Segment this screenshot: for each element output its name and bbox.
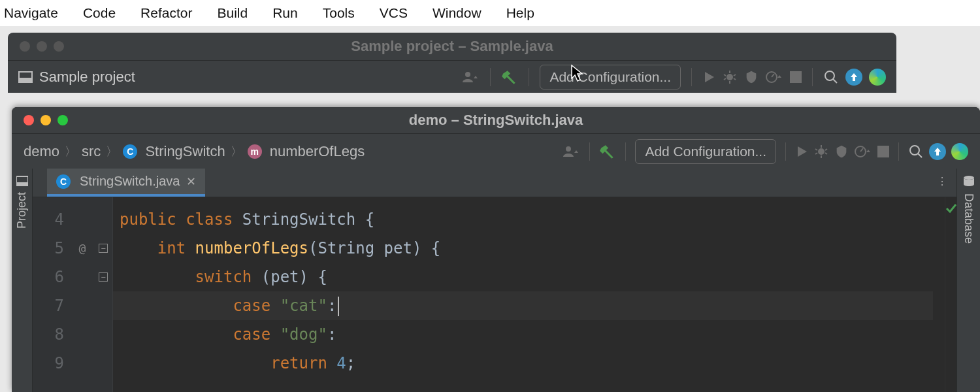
menu-vcs[interactable]: VCS (380, 5, 408, 21)
coverage-button[interactable] (834, 144, 849, 159)
stop-button[interactable] (790, 71, 802, 83)
close-icon[interactable]: ✕ (186, 174, 196, 189)
icon-gutter: @ (71, 197, 94, 392)
debug-button[interactable] (813, 144, 829, 159)
menu-window[interactable]: Window (433, 5, 482, 21)
menu-run[interactable]: Run (272, 5, 298, 21)
svg-rect-9 (16, 182, 28, 186)
run-config-button[interactable]: Add Configuration... (540, 65, 681, 90)
left-toolbar: Project (12, 169, 33, 392)
project-name[interactable]: Sample project (39, 69, 135, 86)
stop-button[interactable] (877, 146, 889, 157)
main-toolbar: Sample project Add Configuration... (8, 60, 896, 93)
traffic-lights (20, 41, 64, 52)
navigation-bar: demo 〉 src 〉 C StringSwitch 〉 m numberOf… (12, 133, 980, 169)
fold-gutter: − − (94, 197, 112, 392)
breadcrumb-class[interactable]: StringSwitch (145, 143, 225, 160)
breadcrumb-demo[interactable]: demo (24, 143, 59, 160)
os-menubar: Navigate Code Refactor Build Run Tools V… (0, 0, 980, 26)
run-config-button[interactable]: Add Configuration... (635, 139, 776, 164)
run-button[interactable] (702, 71, 715, 84)
menu-tools[interactable]: Tools (323, 5, 355, 21)
class-icon: C (123, 144, 137, 159)
fold-toggle[interactable]: − (99, 244, 108, 253)
traffic-lights (24, 115, 68, 125)
run-button[interactable] (795, 145, 808, 158)
window-title: demo – StringSwitch.java (409, 112, 583, 129)
breadcrumb-method[interactable]: numberOfLegs (270, 143, 365, 160)
svg-point-3 (825, 71, 834, 80)
method-icon: m (248, 144, 262, 159)
database-icon (962, 175, 975, 188)
update-button[interactable] (845, 69, 862, 86)
window-title: Sample project – Sample.java (351, 38, 553, 55)
chevron-right-icon: 〉 (231, 144, 242, 159)
minimize-icon[interactable] (41, 115, 51, 125)
window-demo: demo – StringSwitch.java demo 〉 src 〉 C … (12, 107, 980, 392)
minimize-icon[interactable] (37, 41, 47, 52)
code-content[interactable]: public class StringSwitch { int numberOf… (113, 197, 945, 392)
svg-point-7 (910, 146, 919, 155)
project-tool-button[interactable]: Project (15, 192, 29, 229)
menu-navigate[interactable]: Navigate (4, 5, 58, 21)
menu-refactor[interactable]: Refactor (140, 5, 192, 21)
ide-logo-icon[interactable] (869, 69, 886, 86)
window-sample-project: Sample project – Sample.java Sample proj… (8, 33, 896, 93)
project-icon (18, 71, 33, 83)
right-toolbar: Database (956, 169, 980, 392)
user-icon[interactable] (460, 69, 480, 85)
editor-tab-row: C StringSwitch.java ✕ ⋮ (33, 169, 956, 197)
svg-rect-2 (790, 71, 802, 83)
check-icon (945, 203, 957, 392)
svg-rect-6 (877, 146, 889, 157)
menu-code[interactable]: Code (83, 5, 116, 21)
profile-button[interactable] (854, 144, 872, 159)
search-icon[interactable] (823, 69, 839, 85)
fold-toggle[interactable]: − (99, 272, 108, 282)
line-number-gutter: 4 5 6 7 8 9 (33, 197, 71, 392)
text-caret (338, 297, 339, 316)
ide-logo-icon[interactable] (951, 143, 968, 160)
update-button[interactable] (929, 143, 946, 160)
close-icon[interactable] (24, 115, 34, 125)
zoom-icon[interactable] (57, 115, 68, 125)
profile-button[interactable] (765, 70, 783, 84)
user-icon[interactable] (561, 144, 580, 159)
chevron-right-icon: 〉 (65, 144, 76, 159)
titlebar[interactable]: demo – StringSwitch.java (12, 107, 980, 133)
tab-stringswitch[interactable]: C StringSwitch.java ✕ (47, 169, 205, 197)
close-icon[interactable] (20, 41, 30, 52)
svg-point-10 (964, 176, 974, 180)
database-tool-button[interactable]: Database (962, 193, 975, 244)
debug-button[interactable] (722, 69, 738, 85)
coverage-button[interactable] (744, 70, 759, 84)
chevron-right-icon: 〉 (106, 144, 118, 159)
more-icon[interactable]: ⋮ (937, 175, 947, 188)
build-button[interactable] (599, 143, 616, 160)
inspection-marker-bar[interactable] (945, 197, 956, 392)
titlebar[interactable]: Sample project – Sample.java (8, 33, 896, 60)
svg-point-0 (727, 74, 733, 80)
breadcrumb-src[interactable]: src (82, 143, 101, 160)
tab-label: StringSwitch.java (80, 174, 180, 189)
svg-point-4 (818, 148, 825, 155)
zoom-icon[interactable] (54, 41, 64, 52)
menu-build[interactable]: Build (217, 5, 248, 21)
menu-help[interactable]: Help (506, 5, 534, 21)
search-icon[interactable] (908, 144, 924, 159)
code-editor[interactable]: 4 5 6 7 8 9 @ − − (33, 197, 956, 392)
project-tool-icon (16, 175, 28, 187)
build-button[interactable] (501, 69, 518, 86)
class-icon: C (56, 174, 71, 189)
override-icon[interactable]: @ (71, 234, 94, 263)
